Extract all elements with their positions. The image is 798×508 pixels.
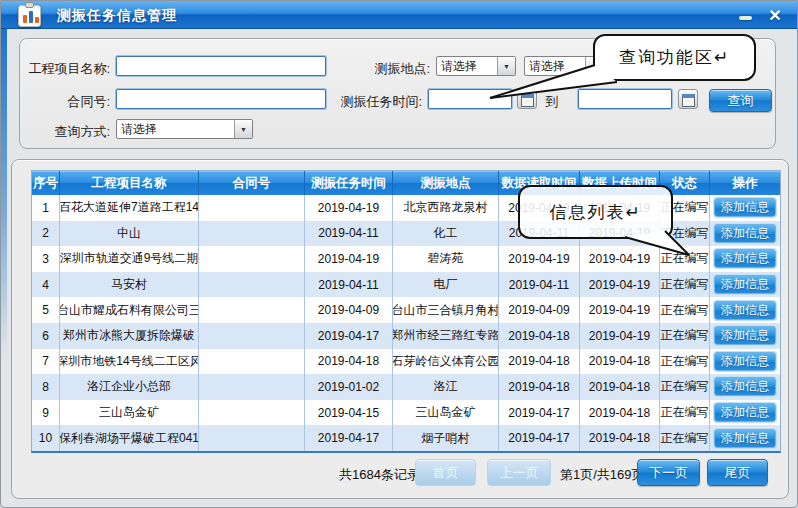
cell-upload_time: 2019-04-19 — [580, 323, 660, 349]
cell-status: 正在编写 — [660, 425, 710, 451]
cell-contract — [199, 400, 305, 426]
cell-name: 中山 — [60, 221, 199, 247]
cell-upload_time: 2019-04-18 — [580, 374, 660, 400]
cell-task_time: 2019-04-19 — [305, 195, 393, 221]
cell-name: 深圳市地铁14号线二工区风 — [60, 349, 199, 375]
cell-contract — [199, 349, 305, 375]
prev-page-button[interactable]: 上一页 — [487, 459, 551, 486]
column-header: 测振地点 — [393, 171, 499, 195]
location-province-select[interactable]: 请选择 ▼ — [436, 56, 516, 76]
cell-name: 深圳市轨道交通9号线二期 — [60, 246, 199, 272]
add-info-button[interactable]: 添加信息 — [714, 224, 776, 243]
add-info-button[interactable]: 添加信息 — [714, 249, 776, 268]
cell-no: 1 — [32, 195, 60, 221]
table-row: 10保利春湖场平爆破工程0412019-04-17烟子哨村2019-04-172… — [32, 425, 780, 451]
cell-contract — [199, 323, 305, 349]
to-label: 到 — [540, 93, 564, 111]
app-icon-clip — [25, 2, 34, 8]
table-row: 9三山岛金矿2019-04-15三山岛金矿2019-04-172019-04-1… — [32, 400, 780, 426]
cell-read_time: 2019-04-19 — [499, 246, 580, 272]
next-page-button[interactable]: 下一页 — [637, 459, 700, 486]
cell-action: 添加信息 — [710, 272, 780, 298]
add-info-button[interactable]: 添加信息 — [714, 377, 776, 396]
cell-upload_time: 2019-04-18 — [580, 349, 660, 375]
cell-status: 正在编写 — [660, 297, 710, 323]
close-button[interactable]: ✕ — [765, 4, 785, 26]
add-info-button[interactable]: 添加信息 — [714, 352, 776, 371]
task-time-label: 测振任务时间: — [320, 93, 422, 111]
column-header: 序号 — [32, 171, 60, 195]
location-province-value: 请选择 — [437, 58, 497, 75]
cell-action: 添加信息 — [710, 349, 780, 375]
cell-task_time: 2019-04-19 — [305, 246, 393, 272]
query-method-select[interactable]: 请选择 ▼ — [116, 119, 253, 139]
column-header: 合同号 — [199, 171, 305, 195]
cell-no: 6 — [32, 323, 60, 349]
cell-contract — [199, 374, 305, 400]
cell-task_time: 2019-04-15 — [305, 400, 393, 426]
cell-contract — [199, 195, 305, 221]
query-method-label: 查询方式: — [20, 123, 110, 141]
cell-name: 台山市耀成石料有限公司三 — [60, 297, 199, 323]
add-info-button[interactable]: 添加信息 — [714, 198, 776, 217]
chevron-down-icon[interactable]: ▼ — [497, 57, 515, 75]
cell-task_time: 2019-04-09 — [305, 297, 393, 323]
app-icon-bar — [35, 17, 39, 23]
last-page-button[interactable]: 尾页 — [707, 459, 768, 486]
cell-no: 8 — [32, 374, 60, 400]
add-info-button[interactable]: 添加信息 — [714, 403, 776, 422]
minimize-button[interactable] — [738, 9, 753, 24]
task-time-to-input[interactable] — [578, 89, 672, 109]
add-info-button[interactable]: 添加信息 — [714, 326, 776, 345]
cell-name: 三山岛金矿 — [60, 400, 199, 426]
cell-upload_time: 2019-04-18 — [580, 425, 660, 451]
calendar-icon — [682, 94, 695, 107]
cell-name: 郑州市冰熊大厦拆除爆破 — [60, 323, 199, 349]
table-row: 8洛江企业小总部2019-01-02洛江2019-04-182019-04-18… — [32, 374, 780, 400]
cell-action: 添加信息 — [710, 221, 780, 247]
column-header: 测振任务时间 — [305, 171, 393, 195]
contract-no-input[interactable] — [116, 89, 326, 109]
cell-action: 添加信息 — [710, 374, 780, 400]
cell-name: 百花大道延伸7道路工程14 — [60, 195, 199, 221]
cell-location: 三山岛金矿 — [393, 400, 499, 426]
cell-location: 碧涛苑 — [393, 246, 499, 272]
cell-location: 石芽岭信义体育公园 — [393, 349, 499, 375]
window-edge-accent — [1, 29, 7, 359]
task-time-from-input[interactable] — [428, 89, 512, 109]
first-page-button[interactable]: 首页 — [415, 459, 476, 486]
query-area-callout: 查询功能区↵ — [593, 34, 756, 81]
page-info-text: 第1页/共169页 — [560, 466, 645, 484]
add-info-button[interactable]: 添加信息 — [714, 275, 776, 294]
cell-name: 保利春湖场平爆破工程041 — [60, 425, 199, 451]
app-window: 测振任务信息管理 ✕ 工程项目名称: 合同号: 查询方式: 请选择 ▼ 测振地点… — [0, 0, 798, 508]
cell-no: 3 — [32, 246, 60, 272]
cell-no: 2 — [32, 221, 60, 247]
date-picker-from-button[interactable] — [517, 89, 537, 109]
cell-status: 正在编写 — [660, 400, 710, 426]
cell-location: 化工 — [393, 221, 499, 247]
cell-location: 郑州市经三路红专路 — [393, 323, 499, 349]
cell-no: 10 — [32, 425, 60, 451]
cell-contract — [199, 272, 305, 298]
cell-contract — [199, 246, 305, 272]
location-city-select[interactable]: 请选择 ▼ — [524, 56, 604, 76]
cell-status: 正在编写 — [660, 272, 710, 298]
add-info-button[interactable]: 添加信息 — [714, 301, 776, 320]
table-row: 6郑州市冰熊大厦拆除爆破2019-04-17郑州市经三路红专路2019-04-1… — [32, 323, 780, 349]
window-title: 测振任务信息管理 — [57, 7, 177, 25]
date-picker-to-button[interactable] — [678, 89, 698, 109]
add-info-button[interactable]: 添加信息 — [714, 429, 776, 448]
chevron-down-icon[interactable]: ▼ — [234, 120, 252, 138]
project-name-input[interactable] — [116, 56, 326, 76]
query-method-value: 请选择 — [117, 121, 234, 138]
cell-read_time: 2019-04-18 — [499, 374, 580, 400]
cell-upload_time: 2019-04-19 — [580, 272, 660, 298]
cell-no: 5 — [32, 297, 60, 323]
contract-no-label: 合同号: — [20, 93, 110, 111]
cell-task_time: 2019-04-17 — [305, 323, 393, 349]
cell-read_time: 2019-04-11 — [499, 272, 580, 298]
search-button[interactable]: 查询 — [709, 89, 772, 112]
cell-action: 添加信息 — [710, 323, 780, 349]
cell-action: 添加信息 — [710, 195, 780, 221]
